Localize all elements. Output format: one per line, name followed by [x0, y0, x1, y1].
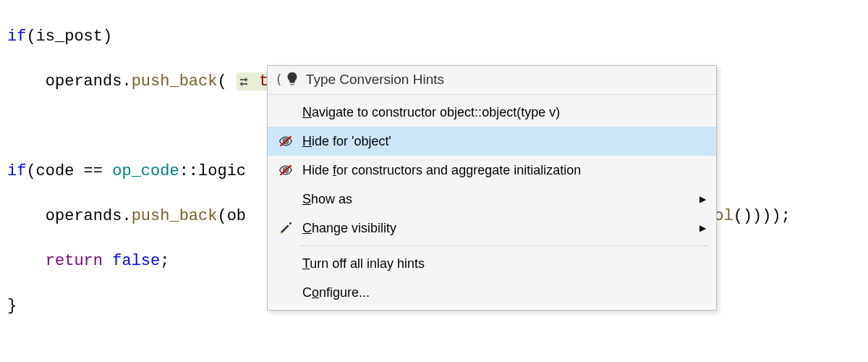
- menu-item-label: Configure...: [297, 286, 706, 299]
- menu-item-turn-off-hints[interactable]: Turn off all inlay hints: [268, 249, 716, 278]
- paren: (: [217, 72, 236, 90]
- header-open-paren: (: [275, 73, 284, 86]
- menu-item-label: Turn off all inlay hints: [297, 257, 706, 270]
- mnemonic: N: [302, 105, 312, 119]
- submenu-arrow-icon: ▶: [699, 195, 706, 203]
- menu-item-change-visibility[interactable]: Change visibility ▶: [268, 214, 716, 243]
- keyword-if: if: [7, 162, 26, 180]
- op: ;: [160, 252, 169, 270]
- ident: operands: [46, 207, 122, 225]
- menu-item-label: Change visibility: [297, 222, 699, 235]
- label-rest: urn off all inlay hints: [310, 256, 425, 271]
- label-rest: hange visibility: [312, 221, 396, 235]
- context-menu: ( Type Conversion Hints Navigate to cons…: [267, 65, 717, 311]
- condition: (is_post): [26, 28, 112, 46]
- highlighter-icon: [275, 220, 297, 236]
- menu-section: Navigate to constructor object::object(t…: [268, 95, 716, 310]
- mnemonic: T: [302, 256, 310, 271]
- menu-item-label: Navigate to constructor object::object(t…: [297, 106, 706, 119]
- method: push_back: [132, 72, 218, 90]
- menu-item-label: Show as: [297, 193, 699, 206]
- code: (ob: [217, 207, 246, 225]
- menu-item-label: Hide for constructors and aggregate init…: [297, 164, 706, 177]
- lightbulb-icon: [284, 71, 300, 89]
- keyword-return: return: [46, 252, 103, 270]
- convert-icon: [238, 77, 250, 87]
- code: ::logic: [179, 162, 246, 180]
- label-rest: avigate to constructor object::object(ty…: [312, 105, 560, 119]
- eye-off-icon: [275, 163, 297, 177]
- menu-item-navigate[interactable]: Navigate to constructor object::object(t…: [268, 98, 716, 127]
- mnemonic: S: [302, 192, 311, 206]
- label-rest: or constructors and aggregate initializa…: [336, 163, 581, 177]
- keyword-if: if: [7, 28, 26, 46]
- label-rest: how as: [311, 192, 352, 206]
- blank-line: [7, 340, 868, 362]
- menu-item-hide-object[interactable]: Hide for 'object': [268, 127, 716, 156]
- code: ())));: [733, 207, 791, 225]
- menu-separator: [301, 245, 709, 246]
- ident: operands: [46, 72, 122, 90]
- label-rest: nfigure...: [319, 285, 370, 300]
- label-pre: Hide: [302, 163, 333, 177]
- code: (code ==: [26, 162, 112, 180]
- op: .: [122, 72, 131, 90]
- mnemonic: C: [302, 221, 312, 235]
- mnemonic: H: [302, 134, 312, 148]
- menu-title: Type Conversion Hints: [305, 72, 444, 86]
- code-line: if(is_post): [7, 25, 868, 48]
- label-pre: C: [302, 285, 312, 300]
- submenu-arrow-icon: ▶: [699, 224, 706, 232]
- eye-off-icon: [275, 134, 297, 148]
- menu-item-show-as[interactable]: Show as ▶: [268, 185, 716, 214]
- menu-item-label: Hide for 'object': [297, 135, 706, 148]
- mnemonic: o: [312, 285, 319, 300]
- menu-item-hide-constructors[interactable]: Hide for constructors and aggregate init…: [268, 156, 716, 185]
- method: push_back: [132, 207, 218, 225]
- menu-header: ( Type Conversion Hints: [268, 66, 716, 95]
- label-rest: ide for 'object': [312, 134, 391, 148]
- keyword-false: false: [103, 252, 160, 270]
- type: op_code: [112, 162, 179, 180]
- menu-item-configure[interactable]: Configure...: [268, 278, 716, 307]
